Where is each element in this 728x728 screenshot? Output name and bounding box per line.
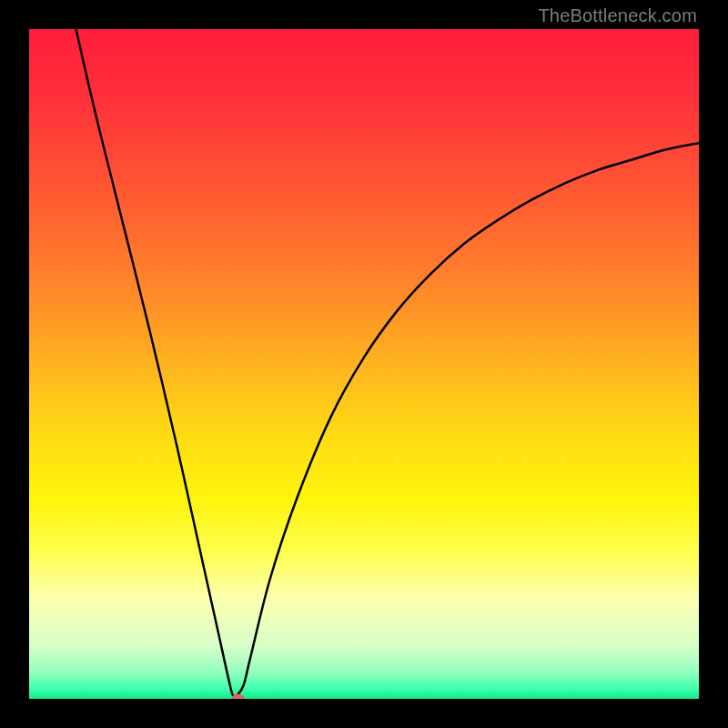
watermark-text: TheBottleneck.com: [538, 5, 697, 26]
bottleneck-curve: [29, 29, 699, 699]
chart-frame: TheBottleneck.com: [0, 0, 728, 728]
plot-area: [29, 29, 699, 699]
